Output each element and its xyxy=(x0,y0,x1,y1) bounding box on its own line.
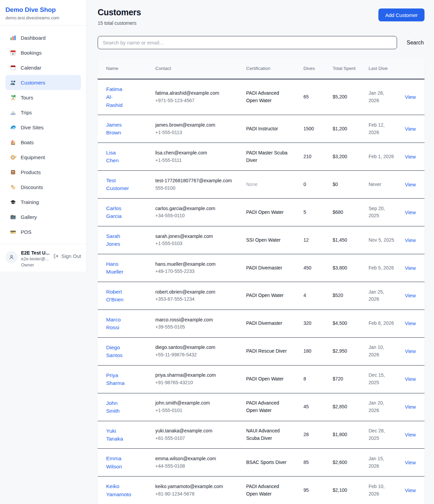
customer-dives: 85 xyxy=(303,460,309,465)
customer-name-link[interactable]: Yuki Tanaka xyxy=(106,427,127,443)
customer-total-spent: $2,600 xyxy=(333,460,347,465)
view-customer-link[interactable]: View xyxy=(405,404,416,410)
table-row: Emma Wilson emma.wilson@example.com +44-… xyxy=(98,449,425,477)
view-customer-link[interactable]: View xyxy=(405,182,416,187)
customer-certification: PADI Instructor xyxy=(246,126,278,131)
customer-dives: 1500 xyxy=(303,126,314,131)
page-header: Customers 15 total customers Add Custome… xyxy=(98,7,425,26)
customer-dives: 4 xyxy=(303,293,306,298)
sidebar-item-bookings[interactable]: 17Bookings xyxy=(5,45,81,60)
view-customer-link[interactable]: View xyxy=(405,432,416,437)
view-customer-link[interactable]: View xyxy=(405,348,416,354)
speedboat-icon xyxy=(9,109,16,116)
customer-name-link[interactable]: Test Customer xyxy=(106,176,129,192)
customer-name-link[interactable]: Hans Mueller xyxy=(106,260,127,276)
view-customer-link[interactable]: View xyxy=(405,460,416,465)
customer-name-link[interactable]: Carlos Garcia xyxy=(106,204,127,220)
customer-name-link[interactable]: Emma Wilson xyxy=(106,454,127,470)
customer-dives: 12 xyxy=(303,237,309,243)
package-icon xyxy=(9,169,16,175)
column-header-dives: Dives xyxy=(303,58,333,79)
customer-email: lisa.chen@example.com xyxy=(155,149,232,157)
sidebar-item-label: Dive Sites xyxy=(21,125,44,130)
customer-total-spent: $680 xyxy=(333,209,343,215)
customer-name-link[interactable]: James Brown xyxy=(106,121,127,137)
view-customer-link[interactable]: View xyxy=(405,237,416,243)
wave-icon xyxy=(9,124,16,131)
table-row: Hans Mueller hans.mueller@example.com +4… xyxy=(98,254,425,282)
customer-total-spent: $0 xyxy=(333,182,338,187)
customer-dives: 0 xyxy=(303,182,306,187)
table-row: Fatima Al-Rashid fatima.alrashid@example… xyxy=(98,79,425,115)
camera-icon xyxy=(9,213,16,220)
customer-name-link[interactable]: Keiko Yamamoto xyxy=(106,482,131,498)
customer-certification: PADI Rescue Diver xyxy=(246,348,287,354)
sidebar-item-equipment[interactable]: Equipment xyxy=(5,150,81,165)
customer-phone: 555-0100 xyxy=(155,185,232,192)
view-customer-link[interactable]: View xyxy=(405,94,416,100)
sidebar-item-pos[interactable]: POS xyxy=(5,224,81,239)
view-customer-link[interactable]: View xyxy=(405,293,416,298)
sidebar-item-discounts[interactable]: Discounts xyxy=(5,180,81,194)
customer-name-link[interactable]: Marco Rossi xyxy=(106,316,127,332)
customer-email: robert.obrien@example.com xyxy=(155,288,232,296)
customer-email: james.brown@example.com xyxy=(155,122,232,129)
customer-phone: +55-11-99876-5432 xyxy=(155,351,232,359)
customer-total-spent: $1,450 xyxy=(333,237,347,243)
sidebar-item-customers[interactable]: Customers xyxy=(5,75,81,90)
sidebar-item-label: POS xyxy=(21,229,32,235)
customer-certification: PADI Open Water xyxy=(246,376,283,381)
calendar-date-icon: 17 xyxy=(9,49,16,56)
search-input[interactable] xyxy=(98,36,397,49)
sign-out-button[interactable]: Sign Out xyxy=(53,253,81,259)
bar-chart-icon xyxy=(9,34,16,41)
sidebar-item-training[interactable]: Training xyxy=(5,194,81,209)
customer-certification: PADI Advanced Open Water xyxy=(246,400,279,413)
customer-total-spent: $3,200 xyxy=(333,154,347,159)
user-meta: E2E Test U... e2e-tester@... Owner xyxy=(21,249,50,268)
customer-phone: +1-555-0103 xyxy=(155,240,232,247)
customer-name-link[interactable]: Lisa Chen xyxy=(106,149,127,165)
customer-name-link[interactable]: Diego Santos xyxy=(106,343,127,359)
main-content: Customers 15 total customers Add Custome… xyxy=(87,0,434,504)
customer-dives: 5 xyxy=(303,209,306,215)
sidebar-item-dive-sites[interactable]: Dive Sites xyxy=(5,120,81,135)
sailboat-icon xyxy=(9,139,16,146)
add-customer-button[interactable]: Add Customer xyxy=(378,8,425,21)
view-customer-link[interactable]: View xyxy=(405,126,416,132)
view-customer-link[interactable]: View xyxy=(405,320,416,326)
view-customer-link[interactable]: View xyxy=(405,265,416,271)
column-header-name: Name xyxy=(98,58,155,79)
customer-certification: PADI Advanced Open Water xyxy=(246,484,279,497)
sidebar-item-calendar[interactable]: Calendar xyxy=(5,60,81,75)
sidebar-item-tours[interactable]: Tours xyxy=(5,90,81,105)
customer-total-spent: $4,500 xyxy=(333,320,347,326)
customer-phone: +1-555-0101 xyxy=(155,407,232,414)
customer-dives: 320 xyxy=(303,320,311,326)
user-name: E2E Test U... xyxy=(21,250,50,256)
customer-name-link[interactable]: Fatima Al-Rashid xyxy=(106,85,127,109)
customer-phone: +1-555-0113 xyxy=(155,129,232,136)
customer-email: carlos.garcia@example.com xyxy=(155,205,232,212)
table-row: James Brown james.brown@example.com +1-5… xyxy=(98,115,425,143)
sidebar-item-trips[interactable]: Trips xyxy=(5,105,81,120)
customer-email: emma.wilson@example.com xyxy=(155,455,232,463)
view-customer-link[interactable]: View xyxy=(405,209,416,215)
sidebar-item-boats[interactable]: Boats xyxy=(5,135,81,150)
sidebar-item-label: Equipment xyxy=(21,154,45,160)
customer-name-link[interactable]: John Smith xyxy=(106,399,127,415)
search-button[interactable]: Search xyxy=(406,38,425,47)
table-row: Yuki Tanaka yuki.tanaka@example.com +81-… xyxy=(98,421,425,449)
sidebar-item-dashboard[interactable]: Dashboard xyxy=(5,30,81,45)
table-row: Sarah Jones sarah.jones@example.com +1-5… xyxy=(98,226,425,254)
customer-name-link[interactable]: Priya Sharma xyxy=(106,371,127,387)
customer-name-link[interactable]: Robert O'Brien xyxy=(106,288,127,304)
customer-name-link[interactable]: Sarah Jones xyxy=(106,232,127,248)
sidebar-item-products[interactable]: Products xyxy=(5,165,81,180)
shop-name: Demo Dive Shop xyxy=(5,6,81,14)
view-customer-link[interactable]: View xyxy=(405,154,416,160)
sidebar-item-gallery[interactable]: Gallery xyxy=(5,209,81,224)
view-customer-link[interactable]: View xyxy=(405,487,416,493)
customer-certification: None xyxy=(246,182,257,187)
view-customer-link[interactable]: View xyxy=(405,376,416,382)
